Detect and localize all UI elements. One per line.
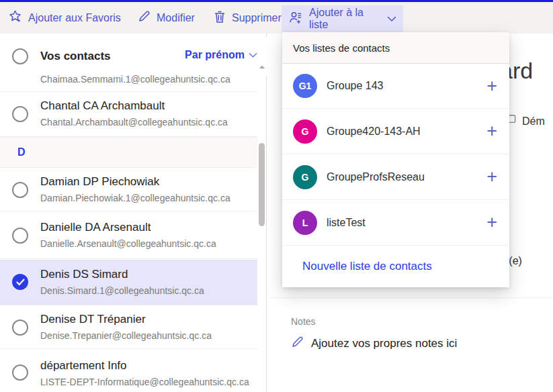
contact-row[interactable]: Chantal CA Archambault Chantal.Archambau… — [0, 92, 257, 137]
new-contact-list-link[interactable]: Nouvelle liste de contacts — [302, 260, 432, 273]
scrollbar-up-arrow[interactable] — [257, 62, 267, 71]
scrollbar-thumb[interactable] — [259, 143, 265, 226]
edit-button[interactable]: Modifier — [138, 10, 195, 26]
contact-checkbox[interactable] — [12, 106, 28, 122]
contact-list-item[interactable]: G1 Groupe 143 + — [282, 64, 509, 109]
contact-row[interactable]: Denise DT Trépanier Denise.Trepanier@col… — [0, 306, 257, 349]
contact-email: Denise.Trepanier@collegeahuntsic.qc.ca — [40, 330, 212, 341]
add-to-favorites-button[interactable]: Ajouter aux Favoris — [8, 9, 121, 26]
contact-email: Chaimaa.Semmami.1@collegeahuntsic.qc.ca — [40, 74, 230, 85]
add-to-list-button[interactable]: Ajouter à la liste — [282, 5, 403, 32]
command-toolbar: Ajouter aux Favoris Modifier Supprimer A… — [0, 2, 553, 34]
list-name: GroupeProfsReseau — [327, 171, 486, 183]
contact-name: Danielle DA Arsenault — [40, 221, 151, 234]
add-to-this-list-button[interactable]: + — [486, 213, 497, 232]
contact-list-item[interactable]: G Groupe420-143-AH + — [282, 109, 509, 154]
check-icon — [16, 279, 25, 286]
contact-name: département Info — [40, 359, 127, 373]
contact-row[interactable]: Damian DP Piechowiak Damian.Piechowiak.1… — [0, 168, 257, 211]
contact-name: Denis DS Simard — [40, 268, 128, 281]
add-to-favorites-label: Ajouter aux Favoris — [28, 12, 121, 24]
contact-email: Denis.Simard.1@collegeahuntsic.qc.ca — [40, 285, 204, 296]
add-to-this-list-button[interactable]: + — [486, 122, 497, 140]
contact-list-header: Vos contacts Par prénom — [0, 37, 267, 76]
list-avatar: L — [293, 211, 317, 235]
list-name: listeTest — [327, 217, 486, 229]
contact-list-item[interactable]: G GroupeProfsReseau + — [282, 154, 509, 200]
dropdown-footer: Nouvelle liste de contacts — [282, 246, 509, 287]
contact-email: Danielle.Arsenault@collegeahuntsic.qc.ca — [40, 238, 216, 249]
contact-row[interactable]: département Info LISTE-DEPT-Informatique… — [0, 350, 257, 392]
add-to-this-list-button[interactable]: + — [486, 168, 497, 186]
contact-checkbox[interactable] — [12, 182, 28, 198]
section-letter: D — [17, 146, 26, 158]
chevron-down-icon — [249, 49, 257, 61]
contact-email: Damian.Piechowiak.1@collegeahuntsic.qc.c… — [40, 193, 230, 203]
notes-placeholder-text: Ajoutez vos propres notes ici — [311, 337, 457, 350]
add-notes-field[interactable]: Ajoutez vos propres notes ici — [291, 336, 457, 352]
edit-label: Modifier — [157, 12, 195, 24]
contact-email: Chantal.Archambault@collegeahuntsic.qc.c… — [40, 117, 228, 128]
contact-list-panel: Vos contacts Par prénom Chaimaa.Semmami.… — [0, 34, 267, 392]
sort-by-dropdown[interactable]: Par prénom — [185, 49, 257, 61]
contact-email: LISTE-DEPT-Informatique@collegeahuntsic.… — [40, 377, 249, 387]
detail-section-divider — [269, 297, 553, 298]
contacts-app-window: Ajouter aux Favoris Modifier Supprimer A… — [0, 0, 553, 392]
star-add-icon — [8, 9, 22, 26]
contact-list-title: Vos contacts — [40, 50, 111, 63]
contact-checkbox[interactable] — [12, 228, 28, 244]
contact-row-clipped[interactable]: Chaimaa.Semmami.1@collegeahuntsic.qc.ca — [0, 72, 257, 92]
pencil-icon — [138, 10, 151, 26]
select-all-checkbox[interactable] — [12, 48, 28, 64]
notes-section-label: Notes — [291, 316, 316, 327]
dropdown-title: Vos listes de contacts — [282, 32, 509, 64]
delete-label: Supprimer — [232, 12, 282, 24]
pencil-edit-notes-icon — [291, 336, 304, 352]
contact-row[interactable]: Danielle DA Arsenault Danielle.Arsenault… — [0, 212, 257, 259]
add-to-list-dropdown: Vos listes de contacts G1 Groupe 143 + G… — [282, 32, 509, 287]
list-avatar: G — [293, 165, 317, 189]
list-avatar: G — [293, 119, 317, 144]
add-to-list-label: Ajouter à la liste — [309, 7, 381, 31]
contact-row-selected[interactable]: Denis DS Simard Denis.Simard.1@collegeah… — [0, 260, 257, 305]
contact-list-item[interactable]: L listeTest + — [282, 200, 509, 246]
chevron-down-icon — [387, 13, 396, 25]
section-header-d: D — [0, 137, 257, 168]
person-add-to-list-icon — [288, 10, 303, 28]
contact-name: Denise DT Trépanier — [40, 313, 146, 326]
list-name: Groupe 143 — [327, 80, 486, 92]
trash-icon — [214, 10, 226, 26]
add-to-this-list-button[interactable]: + — [486, 77, 497, 95]
contact-checkbox-checked[interactable] — [12, 274, 28, 290]
contact-name: Damian DP Piechowiak — [40, 175, 159, 189]
sort-by-label: Par prénom — [185, 49, 245, 61]
contact-checkbox[interactable] — [12, 320, 28, 336]
list-avatar: G1 — [293, 74, 317, 98]
delete-button[interactable]: Supprimer — [214, 10, 282, 26]
list-name: Groupe420-143-AH — [327, 126, 486, 138]
start-chat-label-fragment: Dém — [522, 115, 545, 128]
contact-name: Chantal CA Archambault — [40, 99, 165, 113]
contact-checkbox[interactable] — [12, 364, 28, 381]
